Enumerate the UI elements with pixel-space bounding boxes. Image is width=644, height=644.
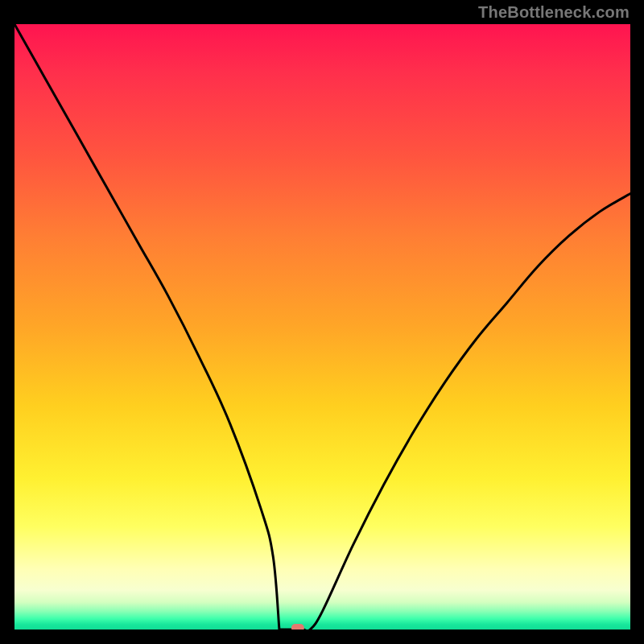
curve-layer — [14, 24, 630, 630]
chart-frame: TheBottleneck.com — [0, 0, 644, 644]
plot-area — [14, 24, 630, 630]
watermark-text: TheBottleneck.com — [478, 3, 630, 22]
curve-minimum-marker — [291, 624, 304, 630]
bottleneck-curve — [14, 24, 630, 630]
